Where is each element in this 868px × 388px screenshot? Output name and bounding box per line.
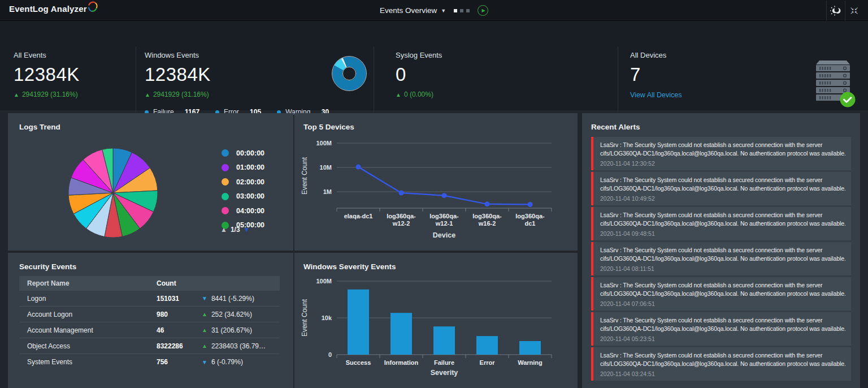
table-row[interactable]: Logon151031▼8441 (-5.29%) bbox=[19, 291, 280, 307]
table-row[interactable]: Account Management46▲31 (206.67%) bbox=[19, 322, 280, 338]
stat-label: All Events bbox=[14, 51, 80, 59]
bar-warning[interactable] bbox=[519, 341, 541, 355]
table-row[interactable]: Account Logon980▲252 (34.62%) bbox=[19, 307, 280, 322]
alert-timestamp: 2020-11-04 05:23:51 bbox=[600, 335, 845, 342]
trend-down-icon: ▼ bbox=[202, 359, 207, 365]
x-axis-category-label: Information bbox=[384, 359, 419, 366]
trend-up-icon: ▲ bbox=[145, 92, 150, 98]
stat-value: 12384K bbox=[145, 64, 329, 85]
panel-title: Recent Alerts bbox=[591, 123, 640, 131]
bar-failure[interactable] bbox=[433, 326, 455, 355]
legend-item[interactable]: 03:00:00 bbox=[222, 189, 288, 204]
bar-error[interactable] bbox=[476, 336, 498, 355]
panel-windows-severity-events: Windows Severity Events 100M10k0SuccessI… bbox=[294, 253, 578, 388]
x-axis-category-label: Warning bbox=[518, 359, 542, 366]
dashboard-selector[interactable]: Events Overview ▼ bbox=[380, 6, 446, 15]
x-axis-category-label: log360qa-dc1 bbox=[515, 213, 545, 227]
line-series bbox=[358, 167, 530, 204]
y-axis-title: Event Count bbox=[301, 157, 309, 195]
column-count: Count bbox=[157, 279, 202, 287]
column-report-name: Report Name bbox=[19, 279, 157, 287]
legend-page-up-icon[interactable]: ▲ bbox=[220, 226, 227, 234]
legend-page-down-icon[interactable]: ▼ bbox=[244, 226, 250, 234]
pager-dot[interactable] bbox=[466, 9, 470, 12]
trend-up-icon: ▲ bbox=[202, 327, 207, 333]
server-status-icon bbox=[812, 56, 857, 110]
legend-item[interactable]: 04:00:00 bbox=[222, 204, 288, 218]
data-point[interactable] bbox=[485, 201, 490, 206]
legend-label: 04:00:00 bbox=[236, 207, 264, 215]
table-row[interactable]: Object Access8322286▲2238403 (36.79… bbox=[19, 338, 280, 354]
trend-up-icon: ▲ bbox=[202, 343, 207, 349]
dashboard-controls: Events Overview ▼ ▶ bbox=[0, 0, 868, 21]
legend-swatch-icon bbox=[222, 178, 229, 186]
stat-delta: ▲ 0 (0.00%) bbox=[396, 90, 442, 98]
alert-item[interactable]: LsaSrv : The Security System could not e… bbox=[591, 172, 851, 205]
data-point[interactable] bbox=[399, 190, 404, 195]
alert-timestamp: 2020-11-04 12:30:52 bbox=[600, 160, 845, 167]
legend-item[interactable]: 01:00:00 bbox=[222, 161, 288, 175]
legend-item[interactable]: 00:00:00 bbox=[222, 146, 288, 161]
theme-toggle-icon[interactable] bbox=[827, 1, 845, 21]
donut-segment[interactable] bbox=[344, 63, 345, 63]
alert-timestamp: 2020-11-04 09:48:51 bbox=[600, 230, 845, 237]
pie-legend: 00:00:0001:00:0002:00:0003:00:0004:00:00… bbox=[222, 146, 288, 230]
alert-message: LsaSrv : The Security System could not e… bbox=[600, 246, 845, 255]
panel-title: Security Events bbox=[19, 262, 76, 271]
exit-fullscreen-icon[interactable]: ↘↙↗↖ bbox=[845, 1, 863, 21]
alert-message: LsaSrv : The Security System could not e… bbox=[600, 211, 845, 219]
data-point[interactable] bbox=[442, 193, 447, 198]
report-name-cell[interactable]: Account Management bbox=[19, 326, 157, 334]
pager-dot-active[interactable] bbox=[454, 9, 457, 12]
stat-label: Windows Events bbox=[145, 51, 329, 59]
legend-label: 02:00:00 bbox=[236, 178, 264, 186]
data-point[interactable] bbox=[356, 165, 361, 170]
count-cell: 151031 bbox=[157, 295, 202, 303]
alert-message: LsaSrv : The Security System could not e… bbox=[600, 351, 845, 360]
data-point[interactable] bbox=[528, 202, 533, 207]
bar-success[interactable] bbox=[348, 290, 369, 355]
x-axis-category-label: log360qa-w12-1 bbox=[429, 213, 459, 227]
alert-item[interactable]: LsaSrv : The Security System could not e… bbox=[591, 207, 851, 240]
pager-dot[interactable] bbox=[460, 9, 463, 12]
legend-swatch-icon bbox=[222, 164, 229, 171]
report-name-cell[interactable]: Account Logon bbox=[19, 311, 157, 318]
view-all-devices-link[interactable]: View All Devices bbox=[630, 91, 682, 99]
legend-item[interactable]: 02:00:00 bbox=[222, 175, 288, 189]
trend-down-icon: ▼ bbox=[202, 295, 207, 301]
stats-band: All Events 12384K ▲ 2941929 (31.16%) Win… bbox=[0, 21, 868, 110]
donut-segment[interactable] bbox=[339, 63, 344, 68]
legend-pager: ▲ 1/3 ▼ bbox=[220, 226, 250, 234]
trend-up-icon: ▲ bbox=[396, 92, 401, 98]
stat-label: All Devices bbox=[630, 51, 682, 59]
y-axis-tick-label: 10M bbox=[320, 164, 332, 171]
bar-information[interactable] bbox=[390, 313, 412, 355]
trend-up-icon: ▲ bbox=[202, 311, 207, 317]
report-name-cell[interactable]: Logon bbox=[19, 295, 157, 303]
events-donut-chart[interactable] bbox=[331, 55, 367, 94]
alert-item[interactable]: LsaSrv : The Security System could not e… bbox=[591, 347, 851, 381]
alert-item[interactable]: LsaSrv : The Security System could not e… bbox=[591, 312, 851, 346]
windows-severity-bar-chart: 100M10k0SuccessInformationFailureErrorWa… bbox=[294, 253, 578, 388]
legend-swatch-icon bbox=[222, 149, 229, 157]
alert-message: cifs/LOG360QA-DC1/log360qa.local@log360q… bbox=[600, 255, 845, 263]
dashboard-pager-dots[interactable] bbox=[454, 9, 470, 12]
legend-label: 01:00:00 bbox=[236, 163, 264, 171]
change-cell: ▼6 (-0.79%) bbox=[202, 358, 280, 366]
x-axis-category-label: log360qa-w12-2 bbox=[387, 213, 416, 227]
eventlog-analyzer-dashboard: EventLog Analyzer Events Overview ▼ ▶ bbox=[0, 0, 868, 388]
slideshow-play-button[interactable]: ▶ bbox=[478, 5, 488, 16]
table-row[interactable]: System Events756▼6 (-0.79%) bbox=[19, 354, 280, 370]
panel-recent-alerts: Recent Alerts LsaSrv : The Security Syst… bbox=[582, 113, 860, 388]
count-cell: 756 bbox=[157, 358, 202, 366]
alert-message: cifs/LOG360QA-DC1/log360qa.local@log360q… bbox=[600, 219, 845, 228]
report-name-cell[interactable]: Object Access bbox=[19, 342, 157, 350]
stat-card-all-devices: All Devices 7 View All Devices bbox=[630, 51, 682, 99]
x-axis-category-label: Error bbox=[480, 359, 496, 366]
alert-item[interactable]: LsaSrv : The Security System could not e… bbox=[591, 242, 851, 275]
report-name-cell[interactable]: System Events bbox=[19, 358, 157, 366]
topbar: EventLog Analyzer Events Overview ▼ ▶ bbox=[0, 0, 868, 21]
alert-item[interactable]: LsaSrv : The Security System could not e… bbox=[591, 137, 851, 170]
alert-message: cifs/LOG360QA-DC1/log360qa.local@log360q… bbox=[600, 149, 845, 158]
alert-item[interactable]: LsaSrv : The Security System could not e… bbox=[591, 277, 851, 311]
